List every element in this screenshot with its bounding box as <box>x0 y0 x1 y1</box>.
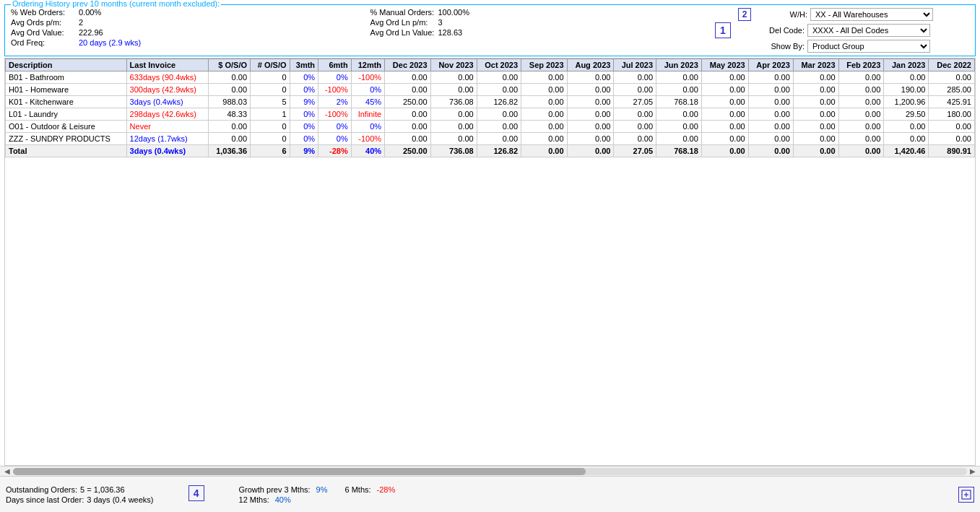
col-aug2023: Aug 2023 <box>567 59 614 71</box>
table-cell: 9% <box>290 145 318 157</box>
table-header-row: Description Last Invoice $ O/S/O # O/S/O… <box>6 59 975 71</box>
table-cell: 0.00 <box>793 84 838 96</box>
days-since-label: Days since last Order: <box>6 495 84 504</box>
table-cell: ZZZ - SUNDRY PRODUCTS <box>6 133 127 145</box>
table-cell: 0.00 <box>748 84 793 96</box>
avg-ords-pm-label: Avg Ords p/m: <box>11 18 76 27</box>
table-row: L01 - Laundry298days (42.6wks)48.3310%-1… <box>6 108 975 121</box>
table-cell: 1,420.46 <box>884 145 929 157</box>
scrollbar-thumb <box>13 468 586 475</box>
table-cell: 45% <box>351 96 384 108</box>
col-6mth: 6mth <box>318 59 352 71</box>
wh-select[interactable]: XX - All Warehouses <box>810 8 933 21</box>
table-cell: 0.00 <box>567 84 614 96</box>
table-cell: 0.00 <box>838 108 884 121</box>
growth-12mth-value: 40% <box>275 495 291 504</box>
avg-ord-value-value: 222.96 <box>79 28 122 37</box>
table-cell: 0.00 <box>656 121 702 133</box>
table-cell: 0.00 <box>567 108 614 121</box>
avg-ord-ln-pm-value: 3 <box>438 18 482 27</box>
table-cell: 0.00 <box>701 121 748 133</box>
table-cell: 0% <box>290 133 318 145</box>
table-cell: 3days (0.4wks) <box>126 145 208 157</box>
export-icon <box>961 490 971 500</box>
table-cell: 0.00 <box>385 121 430 133</box>
table-cell: 0.00 <box>929 121 975 133</box>
table-cell: 0.00 <box>884 133 929 145</box>
web-orders-label: % Web Orders: <box>11 8 76 17</box>
badge-2: 2 <box>738 8 751 21</box>
table-container: Description Last Invoice $ O/S/O # O/S/O… <box>4 58 976 466</box>
table-cell: 5 <box>251 96 290 108</box>
table-cell: 0.00 <box>793 133 838 145</box>
table-cell: 29.50 <box>884 108 929 121</box>
table-cell: 6 <box>251 145 290 157</box>
table-cell: 736.08 <box>430 145 477 157</box>
col-jan2023: Jan 2023 <box>884 59 929 71</box>
table-cell: 0.00 <box>748 108 793 121</box>
table-cell: 0.00 <box>614 108 656 121</box>
table-cell: 0.00 <box>929 71 975 84</box>
table-row: O01 - Outdoor & LeisureNever0.0000%0%0%0… <box>6 121 975 133</box>
table-cell: 0% <box>290 71 318 84</box>
avg-ords-pm-value: 2 <box>79 18 122 27</box>
avg-ord-value-label: Avg Ord Value: <box>11 28 76 37</box>
table-cell: -28% <box>318 145 352 157</box>
table-cell: 285.00 <box>929 84 975 96</box>
table-cell: 1,200.96 <box>884 96 929 108</box>
table-cell: 0.00 <box>385 108 430 121</box>
table-cell: H01 - Homeware <box>6 84 127 96</box>
scroll-left-arrow[interactable]: ◀ <box>4 467 10 475</box>
col-description: Description <box>6 59 127 71</box>
table-cell: 0.00 <box>656 71 702 84</box>
table-cell: 0.00 <box>701 84 748 96</box>
col-mar2023: Mar 2023 <box>793 59 838 71</box>
table-cell: 0.00 <box>838 145 884 157</box>
table-cell: 425.91 <box>929 96 975 108</box>
ord-freq-label: Ord Freq: <box>11 38 76 47</box>
table-cell: 0.00 <box>209 84 251 96</box>
avg-ord-ln-value-label: Avg Ord Ln Value: <box>370 28 435 37</box>
table-cell: -100% <box>318 108 352 121</box>
col-dec2022: Dec 2022 <box>929 59 975 71</box>
scroll-right-arrow[interactable]: ▶ <box>970 467 976 475</box>
table-cell: 0.00 <box>430 133 477 145</box>
table-cell: 0.00 <box>567 145 614 157</box>
growth-section: Growth prev 3 Mths: 9% 6 Mths: -28% 12 M… <box>239 485 396 504</box>
table-cell: 0.00 <box>614 71 656 84</box>
table-cell: -100% <box>351 133 384 145</box>
table-cell: 2% <box>318 96 352 108</box>
table-cell: 1,036.36 <box>209 145 251 157</box>
table-cell: 633days (90.4wks) <box>126 71 208 84</box>
avg-ord-ln-pm-label: Avg Ord Ln p/m: <box>370 18 435 27</box>
table-cell: 0.00 <box>748 145 793 157</box>
col-dollar-oso: $ O/S/O <box>209 59 251 71</box>
table-cell: 0.00 <box>477 71 521 84</box>
table-cell: 0.00 <box>430 71 477 84</box>
outstanding-orders-value: 5 = 1,036.36 <box>80 485 124 494</box>
scrollbar-track[interactable] <box>13 468 967 475</box>
table-cell: 27.05 <box>614 145 656 157</box>
show-by-label: Show By: <box>754 42 805 51</box>
table-cell: 0.00 <box>793 96 838 108</box>
scrollbar-area[interactable]: ◀ ▶ <box>0 466 980 476</box>
table-cell: 0.00 <box>385 133 430 145</box>
table-cell: 0% <box>290 84 318 96</box>
outstanding-orders-label: Outstanding Orders: <box>6 485 77 494</box>
table-row: ZZZ - SUNDRY PRODUCTS12days (1.7wks)0.00… <box>6 133 975 145</box>
table-cell: 0% <box>351 121 384 133</box>
table-cell: Total <box>6 145 127 157</box>
col-3mth: 3mth <box>290 59 318 71</box>
table-cell: 1 <box>251 108 290 121</box>
table-cell: 0.00 <box>838 121 884 133</box>
del-code-select[interactable]: XXXX - All Del Codes <box>807 24 930 37</box>
show-by-select[interactable]: Product Group <box>807 40 930 53</box>
manual-orders-label: % Manual Orders: <box>370 8 435 17</box>
wh-label: W/H: <box>757 10 807 19</box>
table-cell: 0.00 <box>209 133 251 145</box>
table-cell: 0% <box>290 108 318 121</box>
growth-12mth-label: 12 Mths: <box>239 495 269 504</box>
table-cell: 9% <box>290 96 318 108</box>
table-cell: 0.00 <box>656 133 702 145</box>
table-cell: 768.18 <box>656 96 702 108</box>
